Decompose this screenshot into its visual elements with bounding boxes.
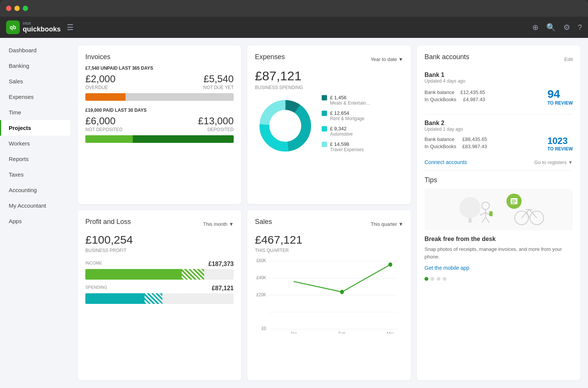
bank1-section: Bank 1 Updated 4 days ago Bank balance £…: [424, 72, 573, 106]
invoice-overdue-amount: £2,000: [85, 73, 116, 85]
income-bar-solid: [85, 269, 182, 280]
tips-title: Tips: [424, 176, 573, 184]
intuit-label: intuit: [23, 21, 61, 25]
sidebar-item-apps[interactable]: Apps: [0, 213, 70, 229]
bank2-updated: Updated 1 day ago: [424, 127, 573, 132]
legend-dot-travel: [322, 142, 327, 147]
close-button[interactable]: [6, 6, 11, 11]
gear-icon[interactable]: ⚙: [563, 23, 570, 32]
legend-dot-rent: [322, 111, 327, 116]
invoice-overdue-label: OVERDUE: [85, 85, 116, 90]
pnl-period-selector[interactable]: This month ▼: [203, 221, 234, 227]
maximize-button[interactable]: [23, 6, 28, 11]
income-label: INCOME: [85, 261, 102, 268]
bank2-review: 1023 TO REVIEW: [547, 136, 573, 152]
dot-2[interactable]: [431, 277, 434, 281]
svg-line-18: [527, 211, 529, 218]
svg-point-6: [459, 197, 481, 218]
sales-amount: £467,121: [255, 233, 403, 246]
connect-accounts-link[interactable]: Connect accounts: [424, 159, 467, 165]
bank-edit-button[interactable]: Edit: [564, 56, 573, 62]
invoices-title: Invoices: [85, 53, 234, 61]
svg-text:£20K: £20K: [256, 292, 266, 297]
sidebar-item-banking[interactable]: Banking: [0, 58, 70, 74]
expenses-card: Expenses Year to date ▼ £87,121 BUSINESS…: [247, 45, 411, 204]
bank2-qb-label: In QuickBooks: [424, 144, 456, 149]
sales-card: Sales This quarter ▼ £467,121 THIS QUART…: [247, 210, 411, 381]
sidebar-item-workers[interactable]: Workers: [0, 136, 70, 151]
invoice-deposit-row: £6,000 NOT DEPOSITED £13,000 DEPOSITED: [85, 115, 234, 134]
sidebar-item-taxes[interactable]: Taxes: [0, 167, 70, 182]
help-icon[interactable]: ?: [578, 23, 582, 32]
bank1-review: 94 TO REVIEW: [547, 88, 573, 106]
expenses-title: Expenses: [255, 53, 285, 61]
svg-text:Mar: Mar: [387, 331, 394, 333]
pnl-card: Profit and Loss This month ▼ £100,254 BU…: [78, 210, 241, 381]
bank-actions: Connect accounts Go to registers ▼: [424, 159, 573, 165]
bank-divider: [424, 114, 573, 114]
sidebar-item-projects[interactable]: Projects: [0, 120, 70, 136]
top-nav-right: ⊕ 🔍 ⚙ ?: [532, 23, 582, 32]
dot-3[interactable]: [437, 277, 440, 281]
expenses-period-selector[interactable]: Year to date ▼: [371, 56, 403, 62]
expenses-sublabel: BUSINESS SPENDING: [255, 85, 403, 90]
pnl-header: Profit and Loss This month ▼: [85, 218, 234, 230]
search-icon[interactable]: 🔍: [546, 23, 556, 32]
bank-divider-2: [424, 171, 573, 171]
sidebar-item-time[interactable]: Time: [0, 105, 70, 120]
content-area: Invoices £7,540 UNPAID LAST 365 DAYS £2,…: [70, 38, 588, 388]
sidebar-item-dashboard[interactable]: Dashboard: [0, 42, 70, 58]
sales-header: Sales This quarter ▼: [255, 218, 403, 230]
bank1-qb-label: In QuickBooks: [424, 97, 456, 102]
bar-gray: [126, 93, 234, 101]
minimize-button[interactable]: [14, 6, 20, 11]
svg-text:Jan: Jan: [290, 331, 297, 333]
svg-text:£60K: £60K: [256, 258, 266, 263]
bank2-qb-amount: £83,987.43: [462, 144, 487, 149]
bank-accounts-title: Bank accounts: [424, 53, 469, 61]
spending-label: SPENDING: [85, 285, 107, 292]
pnl-income-row: INCOME £187,373: [85, 261, 234, 280]
sidebar-item-accounting[interactable]: Accounting: [0, 182, 70, 198]
svg-text:Feb: Feb: [338, 331, 346, 333]
bank2-balance-amount: £88,435.65: [462, 136, 487, 142]
expenses-legend: £ 1,456 Meals & Entertain... £ 12,654 Re…: [322, 95, 403, 157]
income-bar-hatched: [182, 269, 204, 280]
sidebar-item-expenses[interactable]: Expenses: [0, 89, 70, 105]
bank1-qb-amount: £4,987.43: [463, 97, 485, 102]
dot-4[interactable]: [443, 277, 447, 281]
invoice-bar-bottom: [85, 135, 234, 143]
sales-title: Sales: [255, 218, 272, 226]
bank1-balance-label: Bank balance: [424, 89, 454, 95]
sidebar-item-sales[interactable]: Sales: [0, 74, 70, 89]
spending-bar-solid: [85, 293, 145, 304]
expenses-header: Expenses Year to date ▼: [255, 53, 403, 66]
svg-rect-13: [489, 211, 492, 216]
bar-orange: [85, 93, 126, 101]
bar-green-dark: [133, 135, 234, 143]
svg-point-4: [270, 111, 300, 141]
quickbooks-label: quickbooks: [23, 25, 61, 33]
go-registers-link[interactable]: Go to registers ▼: [534, 160, 573, 165]
bank-accounts-card: Bank accounts Edit Bank 1 Updated 4 days…: [417, 45, 580, 380]
bank1-review-count: 94: [547, 88, 573, 100]
bank2-review-label: TO REVIEW: [547, 146, 573, 152]
svg-line-12: [486, 217, 489, 223]
sales-chart: £60K £40K £20K £0 Jan Feb Mar: [255, 258, 403, 333]
sidebar-item-reports[interactable]: Reports: [0, 151, 70, 167]
qb-brand: intuit quickbooks: [23, 21, 61, 33]
bar-green-light: [85, 135, 133, 143]
hamburger-icon[interactable]: ☰: [67, 23, 74, 32]
sidebar-item-my-accountant[interactable]: My Accountant: [0, 198, 70, 213]
get-mobile-app-link[interactable]: Get the mobile app: [424, 265, 573, 271]
sales-period-selector[interactable]: This quarter ▼: [371, 221, 403, 227]
dot-1[interactable]: [424, 277, 428, 281]
bank2-review-count: 1023: [547, 136, 573, 146]
invoice-bar-top: [85, 93, 234, 101]
bank1-balance-row: Bank balance £12,435.65: [424, 89, 485, 95]
tips-dots: [424, 277, 573, 281]
top-nav-left: qb intuit quickbooks ☰: [6, 20, 74, 34]
legend-item-auto: £ 9,342 Automotive: [322, 126, 403, 137]
legend-item-meals: £ 1,456 Meals & Entertain...: [322, 95, 403, 106]
add-icon[interactable]: ⊕: [532, 23, 539, 32]
